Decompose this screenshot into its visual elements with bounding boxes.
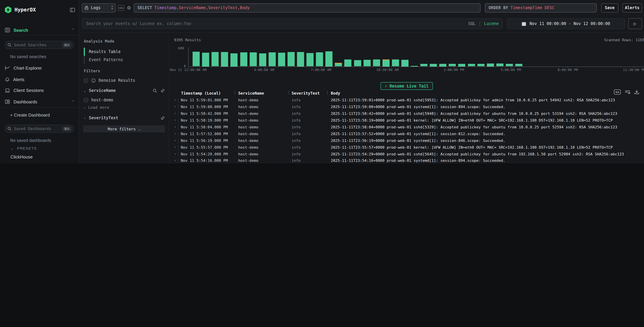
saved-searches-search[interactable]: ⌘K <box>5 41 74 49</box>
chart-bar[interactable] <box>402 60 408 66</box>
host-demo-checkbox[interactable] <box>84 98 88 102</box>
chart-bar[interactable] <box>344 60 352 66</box>
sql-toggle[interactable]: SQL <box>468 21 476 26</box>
column-resize-handle[interactable]: ⋮ <box>233 90 237 95</box>
chart-bar[interactable] <box>420 64 428 66</box>
event-search-input[interactable] <box>82 18 503 29</box>
column-header-body[interactable]: Body <box>331 91 340 96</box>
pin-icon[interactable] <box>160 116 165 120</box>
column-header-severitytext[interactable]: SeverityText <box>292 91 320 96</box>
chart-bar[interactable] <box>430 64 437 66</box>
chart-bar[interactable] <box>240 52 247 66</box>
table-row[interactable]: › Nov 11 5:59:00.000 PM host-demo info 2… <box>169 104 644 110</box>
chart-bar[interactable] <box>364 60 370 66</box>
expand-row-icon[interactable]: › <box>174 104 176 109</box>
sidebar-item-search[interactable]: Search ⌃ <box>5 27 75 33</box>
table-row[interactable]: › Nov 11 5:54:29.000 PM host-demo info 2… <box>169 151 644 158</box>
raw-mode-icon[interactable]: <> <box>614 90 621 94</box>
table-row[interactable]: › Nov 11 5:59:01.000 PM host-demo info 2… <box>169 97 644 104</box>
chart-bar[interactable] <box>382 60 390 66</box>
expand-row-icon[interactable]: › <box>174 138 176 142</box>
chart-bar[interactable] <box>212 52 219 66</box>
more-filters-button[interactable]: More filters ⌄ <box>83 125 165 132</box>
sidebar-collapse-icon[interactable] <box>70 8 75 12</box>
table-row[interactable]: › Nov 11 5:56:19.000 PM host-demo info 2… <box>169 137 644 144</box>
chart-bar[interactable] <box>202 52 209 66</box>
chevron-up-icon[interactable]: ⌃ <box>72 100 75 104</box>
preset-item-services[interactable]: Services <box>10 162 27 164</box>
expand-row-icon[interactable]: › <box>174 118 176 122</box>
saved-dashboards-search[interactable]: ⌘K <box>5 125 74 133</box>
expand-row-icon[interactable]: › <box>174 131 176 136</box>
alerts-button[interactable]: Alerts <box>622 3 642 12</box>
saved-dashboards-input[interactable] <box>14 126 60 131</box>
source-select[interactable]: Logs ▲▼ <box>82 3 116 12</box>
create-dashboard-button[interactable]: + Create Dashboard <box>10 112 75 118</box>
chart-bar[interactable] <box>192 52 200 66</box>
mode-event-patterns[interactable]: Event Patterns <box>84 56 165 64</box>
table-row[interactable]: › Nov 11 5:55:57.000 PM host-demo info 2… <box>169 144 644 151</box>
chart-bar[interactable] <box>230 53 238 66</box>
chart-bar[interactable] <box>288 52 295 66</box>
expand-row-icon[interactable]: › <box>174 98 176 102</box>
presets-header[interactable]: ⌄ PRESETS <box>11 146 37 150</box>
service-value-row[interactable]: host-demo <box>84 98 165 102</box>
gear-icon[interactable]: ⚙ <box>127 6 131 10</box>
chart-bar[interactable] <box>496 64 504 66</box>
sidebar-item-alerts[interactable]: Alerts <box>5 77 75 82</box>
preset-item-clickhouse[interactable]: ClickHouse <box>10 154 33 160</box>
chart-bar[interactable] <box>259 53 266 66</box>
download-icon[interactable] <box>634 90 639 94</box>
chevron-up-icon[interactable]: ⌃ <box>72 28 75 32</box>
table-row[interactable]: › Nov 11 5:58:19.000 PM host-demo info 2… <box>169 117 644 124</box>
chart-bar[interactable] <box>221 52 228 66</box>
column-header-servicename[interactable]: ServiceName <box>238 91 264 96</box>
chart-bar[interactable] <box>316 52 323 66</box>
table-row[interactable]: › Nov 11 5:57:52.000 PM host-demo info 2… <box>169 130 644 137</box>
save-button[interactable]: Save <box>601 3 618 12</box>
mode-results-table[interactable]: Results Table <box>84 48 165 56</box>
code-view-icon[interactable]: <> <box>118 5 124 11</box>
chart-bar[interactable] <box>440 64 446 66</box>
chart-bar[interactable] <box>354 60 361 66</box>
expand-row-icon[interactable]: › <box>174 125 176 129</box>
expand-row-icon[interactable]: › <box>174 145 176 149</box>
column-resize-handle[interactable]: ⋮ <box>326 90 330 95</box>
chart-bar[interactable] <box>477 64 484 66</box>
sidebar-item-chart-explorer[interactable]: Chart Explorer <box>5 65 75 70</box>
chart-bar[interactable] <box>487 64 494 66</box>
lucene-toggle[interactable]: Lucene <box>484 21 499 26</box>
wrap-lines-icon[interactable] <box>625 90 630 94</box>
chart-bar[interactable] <box>515 64 522 66</box>
pin-icon[interactable] <box>160 88 165 93</box>
chart-bar[interactable] <box>335 63 342 66</box>
severitytext-filter-group[interactable]: › SeverityText <box>84 116 165 120</box>
expand-row-icon[interactable]: › <box>174 111 176 116</box>
chart-bar[interactable] <box>449 64 456 66</box>
denoise-filter-row[interactable]: Denoise Results <box>84 78 165 83</box>
orderby-input[interactable]: ORDER BY TimestampTime DESC <box>485 3 597 12</box>
expand-row-icon[interactable]: › <box>174 158 176 163</box>
select-query-input[interactable]: SELECT Timestamp,ServiceName,SeverityTex… <box>134 3 480 12</box>
resume-live-tail-button[interactable]: ⚡ Resume Live Tail <box>380 82 433 90</box>
filter-search-icon[interactable] <box>153 88 157 93</box>
chart-bar[interactable] <box>250 52 256 66</box>
chart-bar[interactable] <box>506 64 513 66</box>
chart-bar[interactable] <box>268 52 276 66</box>
chart-bar[interactable] <box>468 64 475 66</box>
table-row[interactable]: › Nov 11 5:54:16.000 PM host-demo info 2… <box>169 158 644 164</box>
date-range-picker[interactable]: Nov 11 00:00:00 - Nov 12 00:00:00 <box>507 18 625 29</box>
expand-row-icon[interactable]: › <box>174 152 176 156</box>
denoise-checkbox[interactable] <box>84 78 88 82</box>
chart-bar[interactable] <box>392 60 399 66</box>
table-row[interactable]: › Nov 11 5:58:04.000 PM host-demo info 2… <box>169 124 644 131</box>
chart-bar[interactable] <box>373 60 380 66</box>
column-header-timestamp[interactable]: Timestamp (Local) <box>181 91 221 96</box>
chart-bar[interactable] <box>306 53 314 66</box>
column-resize-handle[interactable]: ⋮ <box>287 90 291 95</box>
servicename-filter-group[interactable]: ⌄ ServiceName <box>84 88 165 93</box>
chart-bar[interactable] <box>411 66 418 66</box>
sidebar-item-client-sessions[interactable]: Client Sessions <box>5 88 75 93</box>
chart-bar[interactable] <box>326 51 333 66</box>
load-more-row[interactable]: › Load more <box>84 105 165 110</box>
